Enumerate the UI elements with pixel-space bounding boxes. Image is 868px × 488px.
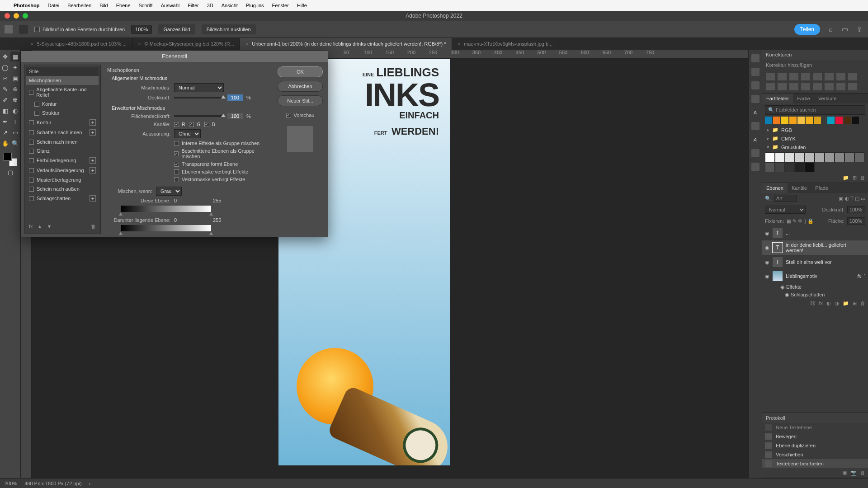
checkbox[interactable] [174,162,179,167]
style-item[interactable]: Schlagschatten+ [26,193,99,203]
style-item[interactable]: Glanz [26,146,99,155]
status-info[interactable]: 480 Px x 1800 Px (72 ppi) [24,481,82,486]
fill-field[interactable] [847,217,865,225]
doc-tab[interactable]: ×mae-mu-XTztXbv6gMs-unsplash.jpg b... [452,38,559,50]
history-item[interactable]: Ebene duplizieren [762,441,868,450]
style-item[interactable]: Kontur+ [26,117,99,127]
style-checkbox[interactable] [29,178,34,183]
menu-type[interactable]: Schrift [139,3,153,8]
add-icon[interactable]: + [90,157,96,164]
mask-icon[interactable]: ◐ [826,300,831,306]
visibility-icon[interactable]: ◉ [765,230,769,236]
status-zoom[interactable]: 200% [5,481,17,486]
doc-tab-active[interactable]: ×Unbenannt-1 bei 200% (in der deine lieb… [240,38,452,50]
add-icon[interactable]: + [90,167,96,174]
doc-tab[interactable]: ×© Mockup-Skyscraper.jpg bei 120% (R... [132,38,240,50]
swatch[interactable] [815,152,825,162]
channel-g-checkbox[interactable] [189,122,194,127]
swatch[interactable] [765,152,775,162]
swatch[interactable] [789,117,797,124]
menu-plugins[interactable]: Plug-ins [246,3,264,8]
vibrance-icon[interactable] [813,73,822,80]
style-checkbox[interactable] [29,158,34,163]
panel-icon[interactable] [751,81,760,89]
style-checkbox[interactable] [29,90,33,95]
knockout-select[interactable]: Ohne [174,129,201,138]
style-item[interactable]: Schein nach innen [26,137,99,146]
style-checkbox[interactable] [29,149,34,154]
swatch-search[interactable]: 🔍 Farbfelder suchen [765,105,865,115]
visibility-icon[interactable]: ◉ [765,245,769,251]
snap-icon[interactable]: ▣ [842,470,847,476]
history-item[interactable]: Verschieben [762,450,868,459]
checkbox[interactable] [174,177,179,182]
style-item[interactable]: Kontur [26,99,99,108]
gradients-tab[interactable]: Verläufe [814,94,840,103]
cancel-button[interactable]: Abbrechen [278,81,323,92]
fit-button[interactable]: Ganzes Bild [158,24,195,34]
invert-icon[interactable] [801,83,810,90]
wand-tool-icon[interactable]: ✦ [10,62,20,72]
crop-tool-icon[interactable]: ✂ [0,73,10,83]
menu-image[interactable]: Bild [99,3,108,8]
character-panel-icon[interactable]: A [751,108,760,117]
swatch[interactable] [805,162,815,172]
chevron-right-icon[interactable]: › [89,481,91,486]
swatch[interactable] [765,162,775,172]
heal-tool-icon[interactable]: ❉ [10,84,20,94]
hue-icon[interactable] [825,73,834,80]
glyphs-panel-icon[interactable]: A [751,136,760,144]
style-item[interactable]: Schein nach außen [26,184,99,193]
artboard-tool-icon[interactable]: ▦ [10,52,20,61]
trash-icon[interactable]: 🗑 [91,224,96,229]
new-swatch-icon[interactable]: ⊞ [853,175,857,181]
swatch[interactable] [806,117,813,124]
folder-icon[interactable]: 📁 [843,175,849,181]
style-item[interactable]: Abgeflachte Kante und Relief [26,85,99,99]
minimize-window-button[interactable] [14,13,19,19]
zoom-tool-icon[interactable]: 🔍 [10,138,20,148]
layer-filter[interactable] [774,195,797,202]
menu-file[interactable]: Datei [47,3,59,8]
style-item[interactable]: Verlaufsüberlagerung+ [26,165,99,175]
text-tool-icon[interactable]: T [10,117,20,127]
style-item[interactable]: Struktur [26,108,99,117]
swatch[interactable] [852,117,859,124]
paragraph-panel-icon[interactable] [751,122,760,130]
photo-filter-icon[interactable] [766,83,775,90]
checkbox[interactable] [174,141,179,146]
map-icon[interactable] [836,83,845,90]
mixer-icon[interactable] [778,83,787,90]
close-icon[interactable]: × [458,41,460,47]
style-checkbox[interactable] [29,130,34,135]
swatch[interactable] [844,152,854,162]
style-checkbox[interactable] [29,120,34,125]
close-window-button[interactable] [5,13,10,19]
under-layer-gradient[interactable] [121,225,211,231]
link-icon[interactable]: ⛓ [810,300,815,306]
move-tool-icon[interactable]: ✥ [0,52,10,61]
brightness-icon[interactable] [766,73,775,80]
blend-mode-select[interactable]: Normal [174,83,224,92]
balance-icon[interactable] [836,73,845,80]
blur-tool-icon[interactable]: ◐ [10,106,20,116]
channels-tab[interactable]: Kanäle [788,183,811,193]
layer-row-selected[interactable]: ◉Tin der deine liebli... geliefert werde… [762,240,868,255]
menu-3d[interactable]: 3D [207,3,213,8]
close-icon[interactable]: × [245,41,248,47]
style-checkbox[interactable] [29,168,34,173]
trash-icon[interactable]: 🗑 [860,470,865,476]
threshold-icon[interactable] [825,83,834,90]
history-item-selected[interactable]: Textebene bearbeiten [762,459,868,468]
poster-icon[interactable] [813,83,822,90]
menu-view[interactable]: Ansicht [222,3,238,8]
panel-icon[interactable] [751,95,760,103]
channel-b-checkbox[interactable] [204,122,209,127]
style-checkbox[interactable] [29,196,34,201]
adj-layer-icon[interactable]: ◑ [835,300,839,306]
pen-tool-icon[interactable]: ✒ [0,117,10,127]
doc-tab[interactable]: ×5-Skyscraper-480x1800.psd bei 103% ... [25,38,132,50]
swatch[interactable] [844,117,851,124]
color-swatch[interactable] [4,153,17,166]
hand-tool-icon[interactable] [19,25,28,34]
